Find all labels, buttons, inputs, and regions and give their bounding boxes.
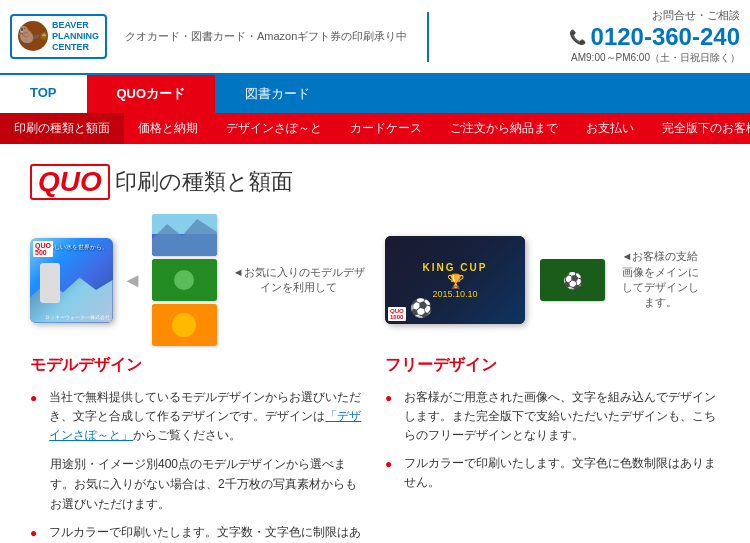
model-design-list: 当社で無料提供しているモデルデザインからお選びいただき、文字と合成して作るデザイ… — [30, 388, 365, 446]
sub-nav: 印刷の種類と額面 価格と納期 デザインさぽ～と カードケース ご注文から納品まで… — [0, 113, 750, 144]
phone-number: 0120-360-240 — [591, 23, 740, 51]
free-bullet-1: お客様がご用意された画像へ、文字を組み込んでデザインします。また完全版下で支給い… — [385, 388, 720, 446]
page-title: 印刷の種類と額面 — [115, 167, 293, 197]
sub-nav-print-types[interactable]: 印刷の種類と額面 — [0, 113, 124, 144]
logo-text: BEAVER PLANNING CENTER — [52, 20, 99, 52]
sub-nav-design-support[interactable]: デザインさぽ～と — [212, 113, 336, 144]
page-title-area: QUO 印刷の種類と額面 — [30, 164, 720, 200]
model-design-title: モデルデザイン — [30, 355, 365, 376]
model-card-main-image: おいしい水を世界から。 QUO500 ロッキーウォーター株式会社 — [30, 238, 113, 323]
model-bullet-1-text: 当社で無料提供しているモデルデザインからお選びいただき、文字と合成して作るデザイ… — [49, 388, 365, 446]
model-indent-text: 用途別・イメージ別400点のモデルデザインから選べます。お気に入りがない場合は、… — [50, 454, 365, 515]
header-slogan: クオカード・図書カード・Amazonギフト券の印刷承り中 — [125, 29, 407, 44]
model-bullet-2: フルカラーで印刷いたします。文字数・文字色に制限はありません。 — [30, 523, 365, 543]
main-nav: TOP QUOカード 図書カード — [0, 75, 750, 113]
arrow-right-icon: ◄ — [123, 269, 143, 292]
logo-area: BEAVER PLANNING CENTER クオカード・図書カード・Amazo… — [10, 14, 407, 58]
free-card-preview: KING CUP 🏆 2015.10.10 ⚽ QUO1000 ⚽ ◄お客様の支… — [385, 220, 720, 340]
card-mini-2 — [152, 259, 217, 301]
free-design-list: お客様がご用意された画像へ、文字を組み込んでデザインします。また完全版下で支給い… — [385, 388, 720, 492]
quo-brand-logo: QUO — [30, 164, 110, 200]
two-column-section: おいしい水を世界から。 QUO500 ロッキーウォーター株式会社 ◄ — [30, 220, 720, 543]
free-bullet-2: フルカラーで印刷いたします。文字色に色数制限はありません。 — [385, 454, 720, 492]
free-card-small: ⚽ — [540, 259, 605, 301]
card-mini-3 — [152, 304, 217, 346]
free-card-caption: ◄お客様の支給画像をメインにしてデザインします。 — [620, 249, 700, 311]
phone-icon: 📞 — [569, 29, 586, 45]
free-card-stack: ⚽ — [540, 259, 605, 301]
king-cup-trophy-icon: 🏆 — [447, 273, 464, 289]
contact-label: お問合せ・ご相談 — [569, 8, 740, 23]
model-bullet-2-text: フルカラーで印刷いたします。文字数・文字色に制限はありません。 — [49, 523, 365, 543]
svg-point-10 — [174, 270, 194, 290]
model-card-caption: ◄お気に入りのモデルデザインを利用して — [232, 265, 365, 296]
svg-point-12 — [172, 313, 196, 337]
svg-point-5 — [43, 36, 44, 37]
model-design-list-2: フルカラーで印刷いたします。文字数・文字色に制限はありません。 — [30, 523, 365, 543]
phone-row: 📞 0120-360-240 — [569, 23, 740, 51]
king-cup-ball-icon: ⚽ — [410, 297, 432, 319]
king-cup-text: KING CUP — [423, 262, 488, 273]
svg-point-3 — [43, 35, 44, 36]
free-bullet-2-text: フルカラーで印刷いたします。文字色に色数制限はありません。 — [404, 454, 720, 492]
free-design-title: フリーデザイン — [385, 355, 720, 376]
sub-nav-price[interactable]: 価格と納期 — [124, 113, 212, 144]
header: BEAVER PLANNING CENTER クオカード・図書カード・Amazo… — [0, 0, 750, 75]
svg-point-2 — [42, 37, 47, 40]
model-bullet-1: 当社で無料提供しているモデルデザインからお選びいただき、文字と合成して作るデザイ… — [30, 388, 365, 446]
design-support-link[interactable]: 「デザインさぽ～と」 — [49, 409, 361, 442]
sub-nav-payment[interactable]: お支払い — [572, 113, 648, 144]
logo-beaver-icon — [18, 21, 48, 51]
logo-box: BEAVER PLANNING CENTER — [10, 14, 107, 58]
nav-item-tosho[interactable]: 図書カード — [215, 75, 340, 113]
king-cup-date: 2015.10.10 — [432, 289, 477, 299]
king-cup-quo-logo: QUO1000 — [388, 307, 406, 321]
card-stack — [152, 214, 217, 346]
free-bullet-1-text: お客様がご用意された画像へ、文字を組み込んでデザインします。また完全版下で支給い… — [404, 388, 720, 446]
contact-area: お問合せ・ご相談 📞 0120-360-240 AM9:00～PM6:00（土・… — [569, 8, 740, 65]
free-design-col: KING CUP 🏆 2015.10.10 ⚽ QUO1000 ⚽ ◄お客様の支… — [385, 220, 720, 543]
svg-point-4 — [44, 35, 45, 36]
sub-nav-card-case[interactable]: カードケース — [336, 113, 436, 144]
free-card-main-image: KING CUP 🏆 2015.10.10 ⚽ QUO1000 — [385, 236, 525, 324]
card-mini-1 — [152, 214, 217, 256]
sub-nav-order[interactable]: ご注文から納品まで — [436, 113, 572, 144]
contact-hours: AM9:00～PM6:00（土・日祝日除く） — [569, 51, 740, 65]
sub-nav-complete[interactable]: 完全版下のお客様 — [648, 113, 750, 144]
content: QUO 印刷の種類と額面 おいしい水を世界から。 QUO500 ロッキーウォータ… — [0, 144, 750, 543]
header-divider — [427, 12, 429, 62]
nav-item-top[interactable]: TOP — [0, 75, 87, 113]
nav-item-quo[interactable]: QUOカード — [87, 75, 216, 113]
model-design-col: おいしい水を世界から。 QUO500 ロッキーウォーター株式会社 ◄ — [30, 220, 365, 543]
model-card-preview: おいしい水を世界から。 QUO500 ロッキーウォーター株式会社 ◄ — [30, 220, 365, 340]
